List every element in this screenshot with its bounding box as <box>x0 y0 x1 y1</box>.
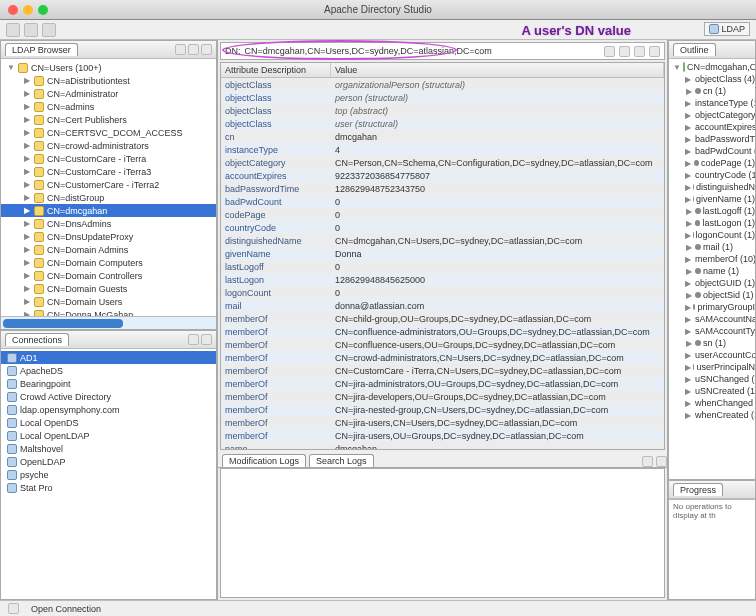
tree-item[interactable]: ▶CN=CERTSVC_DCOM_ACCESS <box>1 126 216 139</box>
outline-item[interactable]: ▶uSNCreated (1) <box>669 385 755 397</box>
expand-icon[interactable]: ▶ <box>685 123 691 132</box>
outline-item[interactable]: ▶accountExpires <box>669 121 755 133</box>
h-scrollbar[interactable] <box>1 316 216 329</box>
tree-item[interactable]: ▶CN=aDistributiontest <box>1 74 216 87</box>
connection-item[interactable]: psyche <box>1 468 216 481</box>
connection-item[interactable]: Local OpenDS <box>1 416 216 429</box>
outline-item[interactable]: ▶distinguishedN <box>669 181 755 193</box>
expand-icon[interactable]: ▶ <box>23 128 31 137</box>
outline-item[interactable]: ▶badPwdCount ( <box>669 145 755 157</box>
expand-icon[interactable]: ▶ <box>23 102 31 111</box>
expand-icon[interactable]: ▶ <box>23 271 31 280</box>
attribute-table[interactable]: Attribute Description Value objectClasso… <box>220 62 665 450</box>
dn-input[interactable] <box>245 46 601 56</box>
tree-item[interactable]: ▶CN=DnsUpdateProxy <box>1 230 216 243</box>
outline-item[interactable]: ▶sn (1) <box>669 337 755 349</box>
dn-del-icon[interactable] <box>619 46 630 57</box>
expand-icon[interactable]: ▶ <box>685 231 691 240</box>
outline-root[interactable]: ▼CN=dmcgahan,CN= <box>669 61 755 73</box>
tree-item[interactable]: ▶CN=Domain Admins <box>1 243 216 256</box>
link-icon[interactable] <box>188 44 199 55</box>
expand-icon[interactable]: ▶ <box>23 180 31 189</box>
tree-item[interactable]: ▶CN=Domain Users <box>1 295 216 308</box>
outline-item[interactable]: ▶whenChanged ( <box>669 397 755 409</box>
outline-item[interactable]: ▶logonCount (1) <box>669 229 755 241</box>
attr-row[interactable]: objectClassuser (structural) <box>221 117 664 130</box>
expand-icon[interactable]: ▶ <box>685 171 691 180</box>
expand-icon[interactable]: ▶ <box>685 303 691 312</box>
tree-item[interactable]: ▶CN=Domain Guests <box>1 282 216 295</box>
expand-icon[interactable]: ▶ <box>685 135 691 144</box>
expand-icon[interactable]: ▶ <box>23 115 31 124</box>
expand-icon[interactable]: ▶ <box>685 255 691 264</box>
expand-icon[interactable]: ▶ <box>685 219 693 228</box>
attr-row[interactable]: memberOfCN=CustomCare - iTerra,CN=Users,… <box>221 364 664 377</box>
attr-row[interactable]: countryCode0 <box>221 221 664 234</box>
tree-item[interactable]: ▶CN=Administrator <box>1 87 216 100</box>
outline-item[interactable]: ▶mail (1) <box>669 241 755 253</box>
expand-icon[interactable]: ▶ <box>685 279 691 288</box>
tree-root[interactable]: ▼CN=Users (100+) <box>1 61 216 74</box>
outline-item[interactable]: ▶objectSid (1) <box>669 289 755 301</box>
outline-item[interactable]: ▶codePage (1) <box>669 157 755 169</box>
col-val-header[interactable]: Value <box>331 63 664 77</box>
ldap-tree[interactable]: ▼CN=Users (100+) ▶CN=aDistributiontest▶C… <box>1 59 216 316</box>
expand-icon[interactable]: ▶ <box>685 243 693 252</box>
scrollbar-thumb[interactable] <box>3 319 123 328</box>
connection-item[interactable]: ApacheDS <box>1 364 216 377</box>
connection-item[interactable]: Crowd Active Directory <box>1 390 216 403</box>
outline-item[interactable]: ▶userAccountCo <box>669 349 755 361</box>
tree-item[interactable]: ▶CN=crowd-administrators <box>1 139 216 152</box>
new-conn-icon[interactable] <box>188 334 199 345</box>
ldap-browser-tab[interactable]: LDAP Browser <box>5 43 78 56</box>
expand-icon[interactable]: ▶ <box>23 141 31 150</box>
tree-item[interactable]: ▶CN=CustomCare - iTerra3 <box>1 165 216 178</box>
expand-icon[interactable]: ▶ <box>23 154 31 163</box>
outline-item[interactable]: ▶lastLogoff (1) <box>669 205 755 217</box>
attr-row[interactable]: memberOfCN=jira-users,CN=Users,DC=sydney… <box>221 416 664 429</box>
log-area[interactable] <box>220 468 665 598</box>
attr-row[interactable]: distinguishedNameCN=dmcgahan,CN=Users,DC… <box>221 234 664 247</box>
outline-item[interactable]: ▶memberOf (10) <box>669 253 755 265</box>
expand-icon[interactable]: ▶ <box>685 75 691 84</box>
expand-icon[interactable]: ▶ <box>685 375 691 384</box>
expand-icon[interactable]: ▶ <box>685 387 691 396</box>
expand-icon[interactable]: ▶ <box>23 258 31 267</box>
outline-item[interactable]: ▶instanceType (1 <box>669 97 755 109</box>
attr-row[interactable]: instanceType4 <box>221 143 664 156</box>
attr-row[interactable]: memberOfCN=jira-administrators,OU=Groups… <box>221 377 664 390</box>
attr-row[interactable]: givenNameDonna <box>221 247 664 260</box>
progress-tab[interactable]: Progress <box>673 483 723 496</box>
expand-icon[interactable]: ▶ <box>685 207 693 216</box>
expand-icon[interactable]: ▶ <box>685 351 691 360</box>
attr-row[interactable]: namedmcgahan <box>221 442 664 450</box>
dn-refresh-icon[interactable] <box>634 46 645 57</box>
expand-icon[interactable]: ▶ <box>685 267 693 276</box>
expand-icon[interactable]: ▶ <box>685 327 691 336</box>
attr-row[interactable]: codePage0 <box>221 208 664 221</box>
print-icon[interactable] <box>42 23 56 37</box>
outline-item[interactable]: ▶whenCreated (1 <box>669 409 755 421</box>
save-icon[interactable] <box>24 23 38 37</box>
connection-item[interactable]: Local OpenLDAP <box>1 429 216 442</box>
attr-row[interactable]: lastLogoff0 <box>221 260 664 273</box>
attr-row[interactable]: memberOfCN=confluence-users,OU=Groups,DC… <box>221 338 664 351</box>
expand-icon[interactable]: ▶ <box>685 99 691 108</box>
expand-icon[interactable]: ▶ <box>685 111 691 120</box>
connection-item[interactable]: Maltshovel <box>1 442 216 455</box>
outline-item[interactable]: ▶lastLogon (1) <box>669 217 755 229</box>
outline-item[interactable]: ▶userPrincipalN <box>669 361 755 373</box>
attr-row[interactable]: logonCount0 <box>221 286 664 299</box>
expand-icon[interactable]: ▶ <box>685 183 691 192</box>
expand-icon[interactable]: ▶ <box>685 363 691 372</box>
expand-icon[interactable]: ▶ <box>685 315 691 324</box>
tree-item[interactable]: ▶CN=Cert Publishers <box>1 113 216 126</box>
expand-icon[interactable]: ▶ <box>23 193 31 202</box>
tree-item[interactable]: ▶CN=Domain Computers <box>1 256 216 269</box>
attr-row[interactable]: maildonna@atlassian.com <box>221 299 664 312</box>
search-logs-tab[interactable]: Search Logs <box>309 454 374 467</box>
expand-icon[interactable]: ▶ <box>685 291 693 300</box>
attr-row[interactable]: lastLogon128629948845625000 <box>221 273 664 286</box>
connection-item[interactable]: OpenLDAP <box>1 455 216 468</box>
outline-item[interactable]: ▶primaryGroupI <box>669 301 755 313</box>
